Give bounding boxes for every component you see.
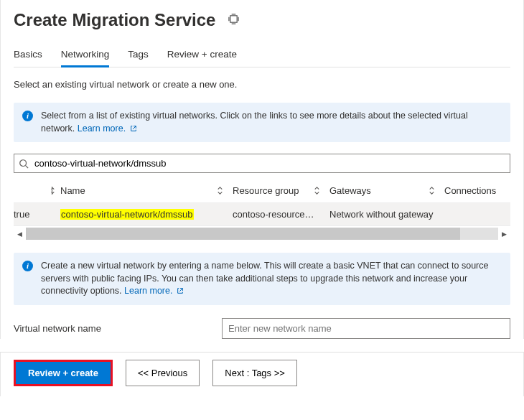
search-icon [19,159,29,169]
horizontal-scrollbar[interactable]: ◀ ▶ [14,228,510,240]
external-link-icon [130,125,137,132]
grid-header: Name Resource group Gateways Connections [14,179,510,203]
tab-basics[interactable]: Basics [14,49,42,67]
scroll-thumb[interactable] [26,228,460,240]
info-icon: i [22,111,34,121]
table-row[interactable]: true contoso-virtual-network/dmssub cont… [14,203,510,226]
previous-button[interactable]: << Previous [126,360,200,386]
learn-more-link-2[interactable]: Learn more. [124,286,184,296]
learn-more-link-1[interactable]: Learn more. [78,123,137,134]
next-button[interactable]: Next : Tags >> [212,360,297,386]
col-name[interactable]: Name [60,185,233,196]
info-box-existing: i Select from a list of existing virtual… [14,103,510,142]
tabs: Basics Networking Tags Review + create [14,49,510,67]
col-resource-group[interactable]: Resource group [233,185,329,196]
cell-gateways: Network without gateway [329,209,444,220]
review-create-button[interactable]: Review + create [16,362,111,384]
sort-icon [313,186,321,195]
vnet-search-input[interactable] [33,157,505,169]
col-blank[interactable] [14,186,60,195]
page-header: Create Migration Service [14,10,510,30]
intro-text: Select an existing virtual network or cr… [14,79,510,90]
cell-rg: contoso-resource… [233,209,329,220]
svg-point-1 [20,159,27,166]
review-create-highlight: Review + create [14,360,113,386]
vnet-search[interactable] [14,154,510,173]
vnet-grid: Name Resource group Gateways Connections… [14,179,510,240]
tab-networking[interactable]: Networking [61,49,110,67]
scroll-right-icon[interactable]: ▶ [498,228,510,240]
vnet-name-row: Virtual network name [14,318,510,339]
info-icon: i [22,261,34,271]
sort-icon [216,186,224,195]
tab-tags[interactable]: Tags [128,49,149,67]
scroll-track[interactable] [26,228,498,240]
footer-bar: Review + create << Previous Next : Tags … [0,352,524,396]
vnet-name-label: Virtual network name [14,323,222,334]
col-gateways[interactable]: Gateways [329,185,444,196]
scroll-left-icon[interactable]: ◀ [14,228,26,240]
page-title: Create Migration Service [14,10,215,30]
info-box-create: i Create a new virtual network by enteri… [14,253,510,305]
svg-rect-0 [230,16,237,22]
sort-icon [428,186,436,195]
sort-icon [48,186,56,195]
col-connections[interactable]: Connections [444,185,510,196]
cell-name: contoso-virtual-network/dmssub [60,209,233,220]
external-link-icon [177,287,184,294]
tab-review-create[interactable]: Review + create [167,49,237,67]
pin-icon[interactable] [228,14,239,27]
info-text: Create a new virtual network by entering… [41,261,488,296]
vnet-name-input[interactable] [222,318,510,339]
cell-selected: true [14,209,60,220]
